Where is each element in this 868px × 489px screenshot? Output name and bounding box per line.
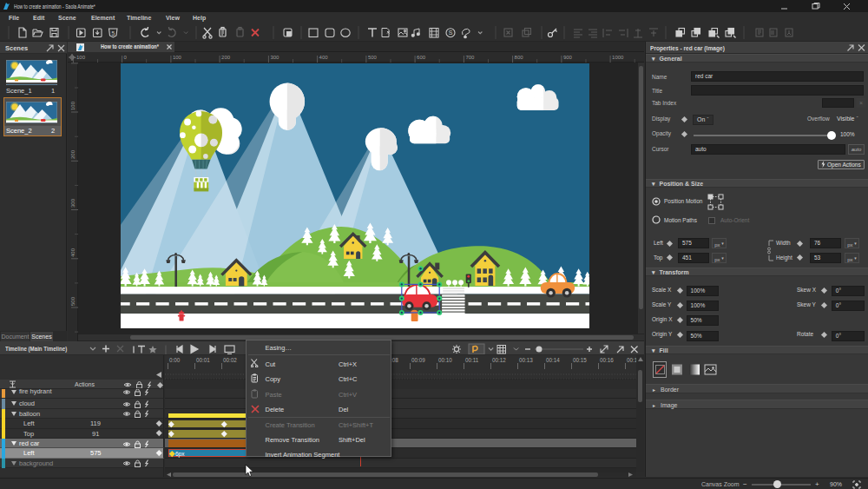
- svg-text:00:14: 00:14: [546, 357, 560, 363]
- svg-text:900: 900: [563, 55, 573, 60]
- svg-text:00:13: 00:13: [519, 357, 533, 363]
- svg-text:500: 500: [368, 55, 378, 60]
- svg-text:-100: -100: [75, 55, 86, 60]
- svg-text:800: 800: [515, 55, 524, 60]
- svg-text:00:10: 00:10: [438, 357, 452, 363]
- svg-text:0:00: 0:00: [169, 357, 181, 363]
- svg-text:00:17: 00:17: [627, 357, 636, 363]
- svg-text:00:11: 00:11: [465, 357, 479, 363]
- svg-text:0: 0: [124, 55, 128, 60]
- svg-text:S: S: [449, 30, 453, 36]
- svg-text:500: 500: [70, 296, 76, 306]
- svg-text:400: 400: [70, 248, 76, 257]
- svg-text:100: 100: [70, 101, 76, 110]
- svg-text:00:15: 00:15: [573, 357, 587, 363]
- svg-text:700: 700: [465, 55, 475, 60]
- svg-text:200: 200: [221, 55, 231, 60]
- svg-text:200: 200: [70, 149, 76, 159]
- svg-text:600: 600: [417, 55, 426, 60]
- svg-text:00:01: 00:01: [196, 357, 210, 363]
- svg-text:1000: 1000: [612, 55, 624, 60]
- svg-text:400: 400: [319, 55, 329, 60]
- svg-text:00:09: 00:09: [411, 357, 425, 363]
- svg-text:100: 100: [173, 55, 182, 60]
- svg-text:00:02: 00:02: [223, 357, 237, 363]
- svg-text:300: 300: [270, 55, 279, 60]
- svg-text:300: 300: [70, 198, 76, 208]
- svg-text:00:16: 00:16: [600, 357, 614, 363]
- svg-text:5: 5: [111, 30, 115, 36]
- svg-text:00:12: 00:12: [492, 357, 506, 363]
